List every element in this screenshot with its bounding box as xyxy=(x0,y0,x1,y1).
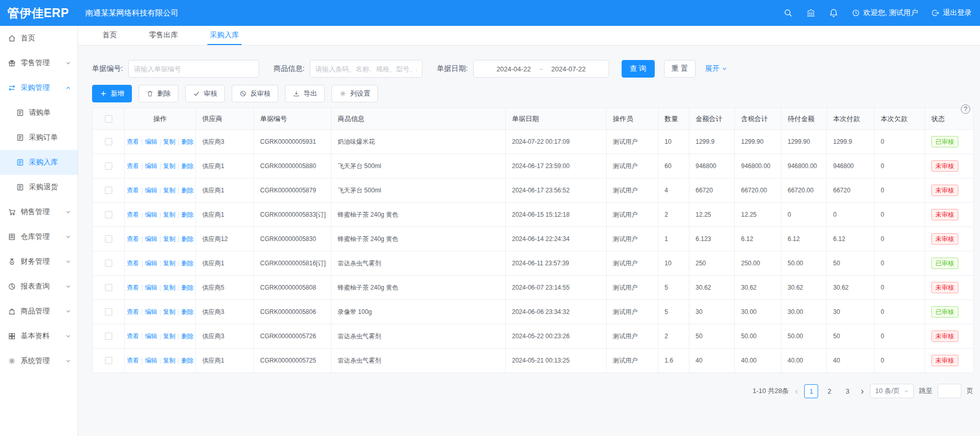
page-size-select[interactable]: 10 条/页 xyxy=(870,384,914,398)
sidebar-item-home[interactable]: 首页 xyxy=(0,26,78,51)
column-settings-button[interactable]: 列设置 xyxy=(331,85,378,102)
delete-link[interactable]: 删除 xyxy=(181,260,193,267)
delete-link[interactable]: 删除 xyxy=(181,187,193,194)
sidebar-item-sales[interactable]: 销售管理 xyxy=(0,200,78,224)
jump-page-input[interactable] xyxy=(938,384,961,398)
audit-button[interactable]: 审核 xyxy=(185,85,225,102)
row-checkbox[interactable] xyxy=(105,357,112,364)
sidebar-item-purchase[interactable]: 采购管理 xyxy=(0,76,78,100)
copy-link[interactable]: 复制 xyxy=(163,260,175,267)
product-info-input[interactable] xyxy=(310,60,423,78)
copy-link[interactable]: 复制 xyxy=(163,333,175,340)
edit-link[interactable]: 编辑 xyxy=(145,162,157,170)
row-checkbox[interactable] xyxy=(105,308,112,315)
sidebar-item-purchase-request[interactable]: 请购单 xyxy=(0,100,78,125)
tab-home[interactable]: 首页 xyxy=(100,26,119,45)
row-checkbox[interactable] xyxy=(105,260,112,267)
sidebar-item-purchase-order[interactable]: 采购订单 xyxy=(0,125,78,150)
copy-link[interactable]: 复制 xyxy=(163,211,175,218)
edit-link[interactable]: 编辑 xyxy=(145,187,157,194)
row-checkbox[interactable] xyxy=(105,333,112,340)
delete-button[interactable]: 删除 xyxy=(139,85,178,102)
reset-button[interactable]: 重 置 xyxy=(664,60,696,78)
edit-link[interactable]: 编辑 xyxy=(145,284,157,291)
select-all-checkbox[interactable] xyxy=(105,115,112,123)
row-checkbox[interactable] xyxy=(105,211,112,218)
delete-link[interactable]: 删除 xyxy=(181,162,193,170)
page-button-3[interactable]: 3 xyxy=(840,384,854,398)
sidebar-item-warehouse[interactable]: 仓库管理 xyxy=(0,224,78,249)
sidebar-item-finance[interactable]: 财务管理 xyxy=(0,249,78,274)
view-link[interactable]: 查看 xyxy=(127,308,139,315)
copy-link[interactable]: 复制 xyxy=(163,235,175,243)
logout-button[interactable]: 退出登录 xyxy=(931,8,972,18)
edit-link[interactable]: 编辑 xyxy=(145,308,157,315)
export-button[interactable]: 导出 xyxy=(285,85,325,102)
tab-purchase-inbound[interactable]: 采购入库 xyxy=(207,26,242,45)
search-icon[interactable] xyxy=(783,8,793,18)
tab-retail-outbound[interactable]: 零售出库 xyxy=(146,26,180,45)
sidebar-item-basic-data[interactable]: 基本资料 xyxy=(0,324,78,349)
delete-link[interactable]: 删除 xyxy=(181,235,193,243)
help-icon[interactable]: ? xyxy=(961,104,970,114)
delete-link[interactable]: 删除 xyxy=(181,211,193,218)
copy-link[interactable]: 复制 xyxy=(163,187,175,194)
button-label: 导出 xyxy=(304,89,317,98)
next-page-button[interactable]: › xyxy=(860,384,865,398)
sidebar-item-retail[interactable]: 零售管理 xyxy=(0,51,78,76)
row-checkbox[interactable] xyxy=(105,235,112,243)
view-link[interactable]: 查看 xyxy=(127,187,139,194)
cell-status: 未审核 xyxy=(925,349,974,373)
view-link[interactable]: 查看 xyxy=(127,211,139,218)
unaudit-button[interactable]: 反审核 xyxy=(232,85,278,102)
bell-icon[interactable] xyxy=(829,8,838,18)
view-link[interactable]: 查看 xyxy=(127,333,139,340)
edit-link[interactable]: 编辑 xyxy=(145,357,157,364)
edit-link[interactable]: 编辑 xyxy=(145,333,157,340)
cell-qty: 4 xyxy=(658,178,689,203)
cell-amount: 66720 xyxy=(689,178,735,203)
copy-link[interactable]: 复制 xyxy=(163,138,175,145)
sidebar-item-system[interactable]: 系统管理 xyxy=(0,349,78,373)
row-checkbox[interactable] xyxy=(105,138,112,145)
date-range-picker[interactable]: 2024-04-22 ~ 2024-07-22 xyxy=(473,60,609,78)
search-button[interactable]: 查 询 xyxy=(622,60,655,78)
add-button[interactable]: 新增 xyxy=(92,85,132,102)
edit-link[interactable]: 编辑 xyxy=(145,260,157,267)
bank-icon[interactable] xyxy=(806,8,816,18)
copy-link[interactable]: 复制 xyxy=(163,162,175,170)
copy-link[interactable]: 复制 xyxy=(163,308,175,315)
header-actions: 欢迎您, 测试用户 退出登录 xyxy=(783,8,980,18)
delete-link[interactable]: 删除 xyxy=(181,138,193,145)
copy-link[interactable]: 复制 xyxy=(163,284,175,291)
row-checkbox[interactable] xyxy=(105,162,112,170)
view-link[interactable]: 查看 xyxy=(127,138,139,145)
delete-link[interactable]: 删除 xyxy=(181,284,193,291)
edit-link[interactable]: 编辑 xyxy=(145,138,157,145)
delete-link[interactable]: 删除 xyxy=(181,357,193,364)
sidebar-item-purchase-return[interactable]: 采购退货 xyxy=(0,175,78,200)
page-button-2[interactable]: 2 xyxy=(822,384,836,398)
sidebar-item-purchase-inbound[interactable]: 采购入库 xyxy=(0,150,78,175)
date-start[interactable]: 2024-04-22 xyxy=(496,65,531,73)
edit-link[interactable]: 编辑 xyxy=(145,211,157,218)
view-link[interactable]: 查看 xyxy=(127,284,139,291)
row-checkbox[interactable] xyxy=(105,284,112,291)
sidebar-item-reports[interactable]: 报表查询 xyxy=(0,274,78,299)
row-checkbox[interactable] xyxy=(105,187,112,194)
view-link[interactable]: 查看 xyxy=(127,260,139,267)
view-link[interactable]: 查看 xyxy=(127,162,139,170)
delete-link[interactable]: 删除 xyxy=(181,333,193,340)
date-end[interactable]: 2024-07-22 xyxy=(551,65,586,73)
expand-link[interactable]: 展开 xyxy=(705,64,727,73)
page-button-1[interactable]: 1 xyxy=(804,384,818,398)
sidebar-item-products[interactable]: 商品管理 xyxy=(0,299,78,324)
delete-link[interactable]: 删除 xyxy=(181,308,193,315)
prev-page-button[interactable]: ‹ xyxy=(794,384,799,398)
order-no-input[interactable] xyxy=(128,60,259,78)
view-link[interactable]: 查看 xyxy=(127,357,139,364)
view-link[interactable]: 查看 xyxy=(127,235,139,243)
copy-link[interactable]: 复制 xyxy=(163,357,175,364)
download-icon xyxy=(293,90,300,97)
edit-link[interactable]: 编辑 xyxy=(145,235,157,243)
